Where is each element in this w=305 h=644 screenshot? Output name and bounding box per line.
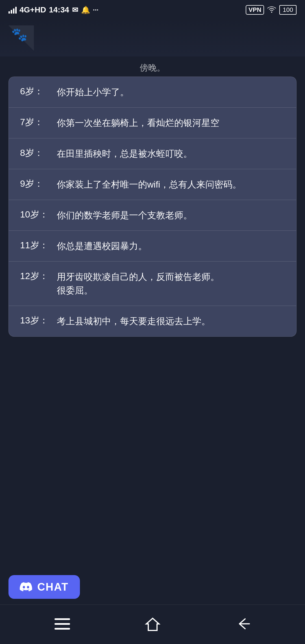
vpn-badge: VPN	[246, 5, 264, 15]
svg-rect-1	[55, 623, 70, 625]
age-label: 10岁：	[20, 208, 54, 221]
age-row: 9岁：你家装上了全村唯一的wifi，总有人来问密码。	[9, 169, 296, 200]
age-row: 8岁：在田里插秧时，总是被水蛭叮咬。	[9, 138, 296, 169]
network-type: 4G+HD	[19, 5, 46, 14]
age-text: 你总是遭遇校园暴力。	[57, 239, 285, 253]
nav-bar	[0, 604, 305, 644]
age-row: 13岁：考上县城初中，每天要走很远去上学。	[9, 306, 296, 336]
home-nav-icon[interactable]	[145, 617, 160, 632]
age-text: 你们的数学老师是一个支教老师。	[57, 208, 285, 222]
age-label: 11岁：	[20, 239, 54, 252]
age-row: 10岁：你们的数学老师是一个支教老师。	[9, 200, 296, 231]
status-right: VPN 100	[246, 5, 297, 15]
app-logo: 🐾	[8, 25, 34, 51]
partial-text: 傍晚。	[8, 59, 297, 77]
svg-rect-2	[55, 628, 70, 630]
logo-icon: 🐾	[11, 27, 27, 42]
age-label: 7岁：	[20, 116, 54, 129]
menu-nav-icon[interactable]	[55, 618, 70, 631]
battery-indicator: 100	[279, 5, 297, 15]
time: 14:34	[49, 5, 69, 14]
chat-button[interactable]: CHAT	[8, 575, 80, 599]
age-row: 7岁：你第一次坐在躺椅上，看灿烂的银河星空	[9, 108, 296, 138]
age-label: 9岁：	[20, 178, 54, 190]
more-icon: ···	[93, 6, 99, 14]
notification-icon: 🔔	[81, 6, 90, 14]
age-text: 你开始上小学了。	[57, 85, 285, 99]
age-text: 用牙齿咬欺凌自己的人，反而被告老师。 很委屈。	[57, 270, 285, 297]
chat-label: CHAT	[37, 581, 69, 593]
discord-icon	[20, 581, 32, 593]
back-nav-icon[interactable]	[235, 617, 251, 631]
signal-icon	[8, 6, 17, 14]
age-label: 13岁：	[20, 314, 54, 327]
age-text: 你家装上了全村唯一的wifi，总有人来问密码。	[57, 178, 285, 191]
wifi-icon	[267, 6, 276, 13]
age-text: 考上县城初中，每天要走很远去上学。	[57, 314, 285, 328]
main-content: 傍晚。 6岁：你开始上小学了。7岁：你第一次坐在躺椅上，看灿烂的银河星空8岁：在…	[0, 56, 305, 337]
message-card: 6岁：你开始上小学了。7岁：你第一次坐在躺椅上，看灿烂的银河星空8岁：在田里插秧…	[8, 77, 297, 337]
age-label: 8岁：	[20, 147, 54, 159]
age-row: 11岁：你总是遭遇校园暴力。	[9, 231, 296, 262]
svg-rect-0	[55, 618, 70, 620]
header-area: 🐾	[0, 20, 305, 56]
age-row: 6岁：你开始上小学了。	[9, 77, 296, 108]
age-label: 6岁：	[20, 85, 54, 98]
status-bar: 4G+HD 14:34 ✉ 🔔 ··· VPN 100	[0, 0, 305, 20]
status-left: 4G+HD 14:34 ✉ 🔔 ···	[8, 5, 99, 14]
age-label: 12岁：	[20, 270, 54, 282]
age-text: 你第一次坐在躺椅上，看灿烂的银河星空	[57, 116, 285, 130]
svg-marker-3	[146, 618, 159, 630]
mail-icon: ✉	[72, 6, 78, 14]
age-row: 12岁：用牙齿咬欺凌自己的人，反而被告老师。 很委屈。	[9, 262, 296, 306]
age-text: 在田里插秧时，总是被水蛭叮咬。	[57, 147, 285, 160]
